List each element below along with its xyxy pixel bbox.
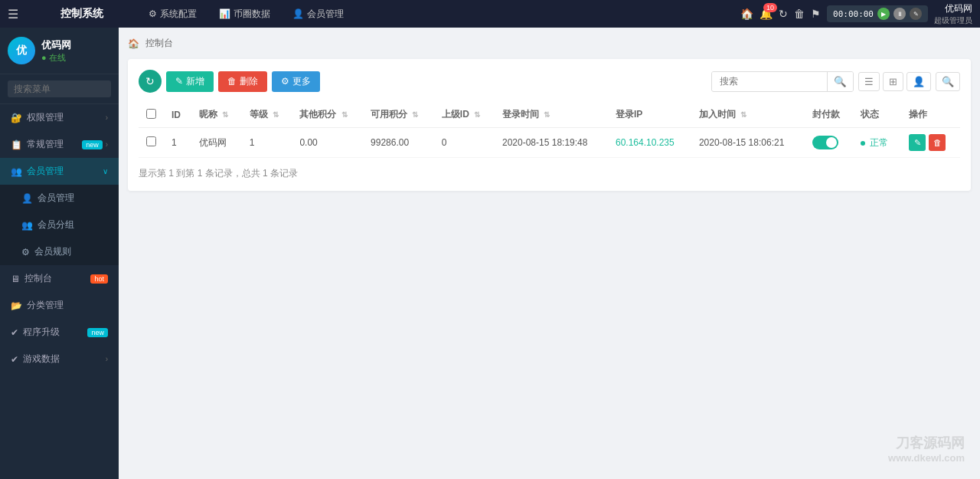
bell-badge: 10 <box>763 3 777 12</box>
timer-play-btn[interactable]: ▶ <box>877 8 890 20</box>
home-icon[interactable]: 🏠 <box>740 8 753 20</box>
table-search-button[interactable]: 🔍 <box>936 72 960 91</box>
sidebar-label-upgrade: 程序升级 <box>23 326 60 339</box>
person-icon: 👤 <box>21 193 33 204</box>
trash-icon[interactable]: 🗑 <box>794 8 805 20</box>
timer-edit-btn[interactable]: ✎ <box>910 8 922 20</box>
sidebar-user-info: 优码网 ● 在线 <box>41 38 71 64</box>
avatar: 优 <box>8 37 35 64</box>
sidebar-item-permission[interactable]: 🔐 权限管理 › <box>0 104 119 131</box>
sidebar-item-member-list[interactable]: 👤 会员管理 <box>0 185 119 212</box>
sidebar-search-section <box>0 74 119 104</box>
sidebar-submenu-member: 👤 会员管理 👥 会员分组 ⚙ 会员规则 <box>0 185 119 265</box>
table-row: 1 优码网 1 0.00 99286.00 0 2020-08-15 18:19… <box>139 128 960 158</box>
col-actions: 操作 <box>901 102 960 128</box>
view-toggle-group: ☰ ⊞ 👤 <box>858 72 931 91</box>
delete-button[interactable]: 🗑 删除 <box>218 71 267 92</box>
group-icon: 👥 <box>21 220 33 231</box>
col-available-points: 可用积分 ⇅ <box>363 102 434 128</box>
chevron-down-icon: ∨ <box>103 167 108 176</box>
search-button[interactable]: 🔍 <box>827 72 853 91</box>
trash-btn-icon: 🗑 <box>227 76 237 87</box>
table-toolbar: ↻ ✎ 新增 🗑 删除 ⚙ 更多 <box>139 70 960 93</box>
more-button[interactable]: ⚙ 更多 <box>272 71 320 92</box>
home-breadcrumb-icon: 🏠 <box>128 38 139 49</box>
data-table: ID 昵称 ⇅ 等级 ⇅ 其他积分 ⇅ 可用积分 ⇅ 上级ID ⇅ 登录时间 ⇅… <box>139 102 960 158</box>
sidebar-item-member-rules[interactable]: ⚙ 会员规则 <box>0 238 119 265</box>
sidebar-item-member-mgmt[interactable]: 👥 会员管理 ∨ <box>0 158 119 185</box>
search-input[interactable] <box>712 72 827 90</box>
sidebar-search-input[interactable] <box>8 80 111 97</box>
refresh-button[interactable]: ↻ <box>139 70 162 93</box>
col-join-time: 加入时间 ⇅ <box>691 102 805 128</box>
nav-item-member-mgmt[interactable]: 👤 会员管理 <box>283 5 353 24</box>
folder-icon: 📂 <box>11 300 22 311</box>
select-all-checkbox[interactable] <box>146 109 156 119</box>
cell-actions: ✎ 🗑 <box>901 128 960 158</box>
lock-icon: 🔐 <box>11 113 22 123</box>
top-username: 优码网 <box>945 2 972 15</box>
row-delete-button[interactable]: 🗑 <box>929 134 946 151</box>
col-nickname: 昵称 ⇅ <box>191 102 242 128</box>
col-level: 等级 ⇅ <box>242 102 292 128</box>
gear-icon: ⚙ <box>149 8 157 19</box>
status-dot <box>861 141 865 146</box>
top-nav-menu: ⚙ 系统配置 📊 币圈数据 👤 会员管理 <box>139 5 740 24</box>
cell-available-points: 99286.00 <box>363 128 434 158</box>
flag-icon[interactable]: ⚑ <box>811 8 821 20</box>
cell-login-ip[interactable]: 60.164.10.235 <box>608 128 691 158</box>
user-view-button[interactable]: 👤 <box>906 72 931 91</box>
grid-view-button[interactable]: ⊞ <box>883 72 903 91</box>
cell-level: 1 <box>242 128 292 158</box>
table-card: ↻ ✎ 新增 🗑 删除 ⚙ 更多 <box>128 59 971 191</box>
rules-icon: ⚙ <box>21 247 30 258</box>
main-layout: 优 优码网 ● 在线 🔐 权限管理 › 📋 常规管理 <box>0 28 980 479</box>
col-login-time: 登录时间 ⇅ <box>495 102 608 128</box>
nav-item-coin-data[interactable]: 📊 币圈数据 <box>210 5 279 24</box>
monitor-icon: 🖥 <box>11 274 20 284</box>
nav-item-system-config[interactable]: ⚙ 系统配置 <box>139 5 206 24</box>
cell-status: 正常 <box>853 128 901 158</box>
plus-icon: ✎ <box>175 76 183 87</box>
toolbar-right: 🔍 ☰ ⊞ 👤 🔍 <box>711 71 960 92</box>
col-toggle: 封付款 <box>805 102 853 128</box>
sidebar-item-member-group[interactable]: 👥 会员分组 <box>0 212 119 238</box>
list-view-button[interactable]: ☰ <box>858 72 880 91</box>
cell-toggle[interactable] <box>805 128 853 158</box>
cell-id: 1 <box>164 128 191 158</box>
sidebar-label-member: 会员管理 <box>27 165 64 178</box>
table-header: ID 昵称 ⇅ 等级 ⇅ 其他积分 ⇅ 可用积分 ⇅ 上级ID ⇅ 登录时间 ⇅… <box>139 102 960 128</box>
sidebar-item-normal-mgmt[interactable]: 📋 常规管理 new › <box>0 131 119 158</box>
timer-display: 00:00:00 <box>833 9 874 19</box>
col-parent-id: 上级ID ⇅ <box>434 102 495 128</box>
top-user-role: 超级管理员 <box>934 15 972 26</box>
edit-button[interactable]: ✎ <box>909 134 926 151</box>
refresh-icon[interactable]: ↻ <box>779 8 788 20</box>
col-id: ID <box>164 102 191 128</box>
sidebar-status: ● 在线 <box>41 52 71 64</box>
sidebar-label-game: 游戏数据 <box>23 353 60 366</box>
toggle-switch-payment[interactable] <box>812 136 838 149</box>
sidebar-item-upgrade[interactable]: ✔ 程序升级 new <box>0 319 119 346</box>
top-user-info: 优码网 超级管理员 <box>934 2 972 26</box>
sidebar: 优 优码网 ● 在线 🔐 权限管理 › 📋 常规管理 <box>0 28 119 479</box>
sidebar-label-normal: 常规管理 <box>27 138 64 151</box>
add-button[interactable]: ✎ 新增 <box>166 71 214 92</box>
timer-pause-btn[interactable]: ⏸ <box>893 8 906 20</box>
pagination-info: 显示第 1 到第 1 条记录，总共 1 条记录 <box>139 167 960 180</box>
game-icon: ✔ <box>11 354 18 365</box>
search-box: 🔍 <box>711 71 854 92</box>
status-text: 正常 <box>870 137 888 148</box>
upgrade-icon: ✔ <box>11 327 18 338</box>
badge-hot-console: hot <box>90 274 108 284</box>
sidebar-item-console[interactable]: 🖥 控制台 hot <box>0 265 119 292</box>
bell-icon[interactable]: 🔔 10 <box>760 8 773 20</box>
col-login-ip: 登录IP <box>608 102 691 128</box>
row-checkbox[interactable] <box>146 136 156 146</box>
sidebar-item-category[interactable]: 📂 分类管理 <box>0 292 119 319</box>
hamburger-icon[interactable]: ☰ <box>8 7 18 21</box>
sidebar-label-member-rules: 会员规则 <box>34 245 71 258</box>
sidebar-item-game-data[interactable]: ✔ 游戏数据 › <box>0 346 119 372</box>
list-icon: 📋 <box>11 139 22 150</box>
users-icon: 👥 <box>11 166 22 177</box>
